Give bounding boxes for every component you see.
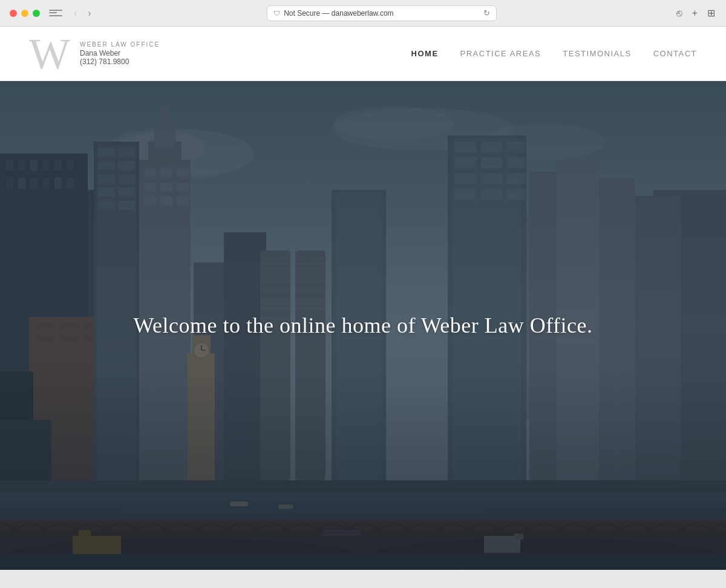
maximize-button[interactable] (33, 10, 40, 17)
website: W WEBER LAW OFFICE Dana Weber (312) 781.… (0, 27, 726, 570)
logo-area: W WEBER LAW OFFICE Dana Weber (312) 781.… (29, 32, 160, 76)
nav-contact[interactable]: CONTACT (653, 49, 697, 58)
address-bar-container: 🛡 Not Secure — danaweberlaw.com ↻ (95, 5, 669, 21)
traffic-lights (10, 10, 40, 17)
logo-letter: W (29, 32, 68, 76)
back-button[interactable]: ‹ (70, 7, 80, 20)
site-nav: HOME PRACTICE AREAS TESTIMONIALS CONTACT (411, 49, 697, 58)
new-tab-button[interactable]: + (691, 7, 699, 20)
minimize-button[interactable] (21, 10, 28, 17)
nav-home[interactable]: HOME (411, 49, 439, 58)
hero-title: Welcome to the online home of Weber Law … (133, 312, 592, 340)
phone-number: (312) 781.9800 (80, 57, 160, 66)
attorney-name: Dana Weber (80, 49, 160, 57)
browser-chrome: ‹ › 🛡 Not Secure — danaweberlaw.com ↻ ⎋ … (0, 0, 726, 27)
browser-navigation-controls: ‹ › (70, 7, 95, 20)
url-text: Not Secure — danaweberlaw.com (284, 9, 393, 18)
close-button[interactable] (10, 10, 17, 17)
firm-name: WEBER LAW OFFICE (80, 41, 160, 48)
browser-actions: ⎋ + ⊞ (675, 6, 716, 20)
address-bar[interactable]: 🛡 Not Secure — danaweberlaw.com ↻ (267, 5, 497, 21)
contact-info: Dana Weber (312) 781.9800 (80, 49, 160, 66)
reload-icon[interactable]: ↻ (483, 8, 490, 18)
hero-content: Welcome to the online home of Weber Law … (0, 81, 726, 570)
nav-practice-areas[interactable]: PRACTICE AREAS (460, 49, 541, 58)
security-icon: 🛡 (273, 10, 280, 17)
logo-text: WEBER LAW OFFICE Dana Weber (312) 781.98… (80, 41, 160, 66)
forward-button[interactable]: › (84, 7, 94, 20)
sidebar-toggle-icon[interactable] (47, 7, 64, 19)
share-button[interactable]: ⎋ (675, 7, 684, 20)
browser-titlebar: ‹ › 🛡 Not Secure — danaweberlaw.com ↻ ⎋ … (0, 0, 726, 27)
nav-testimonials[interactable]: TESTIMONIALS (563, 49, 631, 58)
site-header: W WEBER LAW OFFICE Dana Weber (312) 781.… (0, 27, 726, 81)
grid-button[interactable]: ⊞ (706, 6, 716, 20)
hero-section: Welcome to the online home of Weber Law … (0, 81, 726, 570)
